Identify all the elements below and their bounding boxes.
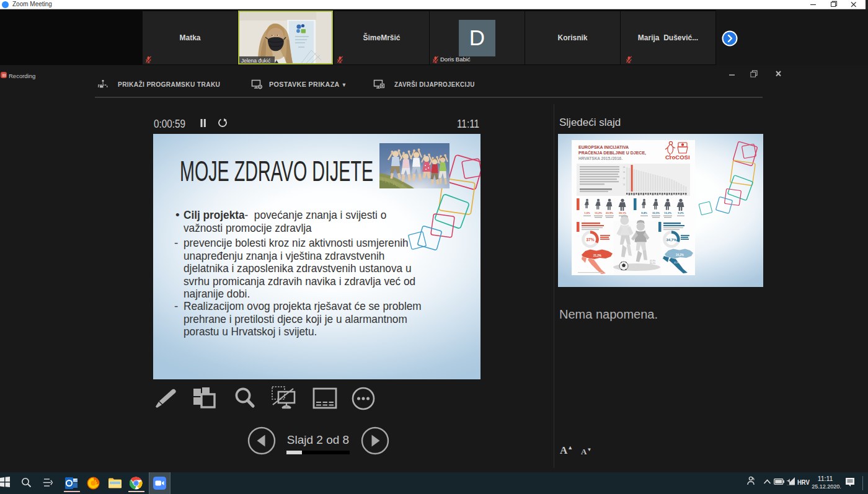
svg-text:41,9%: 41,9%	[674, 262, 680, 264]
svg-text:38,1%: 38,1%	[619, 211, 626, 214]
svg-text:20,9%: 20,9%	[606, 211, 613, 214]
svg-text:9,2%: 9,2%	[678, 211, 684, 214]
svg-text:30,5%: 30,5%	[652, 211, 660, 214]
svg-text:EUROPSKA INICIJATIVA: EUROPSKA INICIJATIVA	[578, 145, 629, 149]
svg-text:35,2%: 35,2%	[650, 262, 655, 265]
svg-text:34,2%: 34,2%	[676, 254, 684, 257]
svg-text:34,7%: 34,7%	[666, 238, 677, 242]
svg-text:15,2%: 15,2%	[595, 211, 602, 214]
svg-text:8,4%: 8,4%	[641, 211, 647, 214]
svg-text:21,2%: 21,2%	[593, 254, 601, 257]
svg-text:HRVATSKA 2015./2016.: HRVATSKA 2015./2016.	[578, 156, 622, 161]
svg-text:37%: 37%	[586, 237, 594, 242]
svg-text:1,6%: 1,6%	[584, 211, 590, 214]
svg-text:CroCOSI: CroCOSI	[665, 154, 690, 161]
svg-text:PRAĆENJA DEBLJINE U DJECE,: PRAĆENJA DEBLJINE U DJECE,	[578, 150, 646, 156]
svg-text:Jelena đukić: Jelena đukić	[241, 58, 271, 63]
svg-text:15,2%: 15,2%	[664, 211, 671, 214]
